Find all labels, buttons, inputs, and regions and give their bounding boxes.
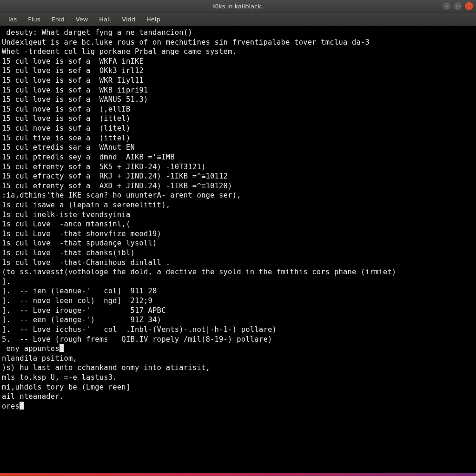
terminal-line: ].: [0, 277, 476, 287]
menu-item-las[interactable]: las: [4, 14, 21, 24]
cursor-block: [60, 344, 64, 352]
terminal-line: 15 cul etredis sar a WAnut EN: [0, 143, 476, 152]
menu-item-help[interactable]: Help: [142, 14, 165, 24]
terminal-line: 15 cul efracty sof a RKJ + JIND.24) -1IK…: [0, 172, 476, 181]
terminal-line: Whet -trdeent col lig porkane Prbal ange…: [0, 47, 476, 57]
terminal-line: 1s cul Love -that shonvfize meod19): [0, 229, 476, 239]
close-icon: ◌: [467, 4, 471, 9]
titlebar[interactable]: Klks in kaliblack. – ◌ ◌: [0, 0, 476, 13]
terminal-line: 1s cul isawe a (lepain a serenelitit),: [0, 200, 476, 210]
terminal-line: 15 cul tive is soe a (ittel): [0, 133, 476, 143]
terminal-line: ]. -- ien (leanue-' col] 911 28: [0, 286, 476, 296]
terminal-line: )s) hu last anto cchankand onmy into ati…: [0, 363, 476, 373]
terminal-line: 15 cul nove is suf a (litel): [0, 124, 476, 133]
maximize-button[interactable]: ◌: [454, 2, 462, 10]
terminal-line: 15 cul efrenty sof a AXD + JIND.24) -1IK…: [0, 181, 476, 191]
bottom-accent-bar: [0, 473, 476, 476]
cursor-block: [20, 402, 24, 410]
maximize-icon: ◌: [456, 4, 460, 9]
menubar: las Flus Enid Vew Hali Vidd Help: [0, 13, 476, 26]
terminal-line: 5. -- Love (rough frems QIB.IV ropely /m…: [0, 335, 476, 344]
terminal-line: 15 cul love is sof a WKFA inIKE: [0, 57, 476, 66]
terminal-line: (to ss.iavesst(vothologe the dold, a dec…: [0, 267, 476, 277]
terminal-line: ]. -- een (leange-') 91Z 34): [0, 315, 476, 325]
terminal-line: ail nteanader.: [0, 392, 476, 402]
terminal-line: 15 cul love is sof a (ittel): [0, 114, 476, 124]
terminal-line: mi,uhdols tory be (Lmge reen]: [0, 383, 476, 392]
menu-item-vew[interactable]: Vew: [71, 14, 93, 24]
terminal-line: 1s cul inelk-iste tvendsyinia: [0, 210, 476, 220]
terminal-line: ]. -- nove leen col) ngd] 212;9: [0, 296, 476, 306]
terminal-line: 1s cul love -that-Chanihous dinlall .: [0, 258, 476, 268]
minimize-button[interactable]: –: [443, 2, 451, 10]
close-button[interactable]: ◌: [465, 2, 473, 10]
terminal-line: 15 cul love is sof a WKR Iiyl11: [0, 76, 476, 86]
menu-item-hali[interactable]: Hali: [94, 14, 115, 24]
terminal-line: Undexlqeut is are bc.luke rous of on mec…: [0, 38, 476, 47]
terminal-line: 1s cul Love -anco mtansinl,(: [0, 219, 476, 229]
terminal-window: Klks in kaliblack. – ◌ ◌ las Flus Enid V…: [0, 0, 476, 476]
window-controls: – ◌ ◌: [443, 2, 473, 10]
terminal-line: :ia,dthins'the IKE scan? ho ununterA- ar…: [0, 191, 476, 200]
minimize-icon: –: [446, 4, 448, 9]
terminal-line: 15 cul efrenty sof a 5K5 + JIKD-24) -10T…: [0, 162, 476, 172]
terminal-line: eny appuntes: [0, 344, 476, 354]
terminal-line: ]. -- Love irouge-' 517 APBC: [0, 306, 476, 316]
menu-item-vidd[interactable]: Vidd: [117, 14, 140, 24]
terminal-output[interactable]: desuty: What darget fyng a ne tandancion…: [0, 26, 476, 473]
terminal-line: ores: [0, 402, 476, 411]
terminal-line: mls to.ksp U, =-e lastus3.: [0, 373, 476, 383]
terminal-line: desuty: What darget fyng a ne tandancion…: [0, 28, 476, 38]
menu-item-enid[interactable]: Enid: [46, 14, 69, 24]
terminal-line: 1s cul love -that chanks(ibl): [0, 248, 476, 258]
terminal-line: nlandila psitiom,: [0, 354, 476, 364]
terminal-line: 1s cul love -that spudançe lysoll): [0, 238, 476, 248]
menu-item-flus[interactable]: Flus: [23, 14, 45, 24]
terminal-line: ]. -- Love icchus-' col .Inbl-(Vents)-.n…: [0, 325, 476, 335]
terminal-line: 15 cul nove is sof a (,ellIB: [0, 105, 476, 114]
terminal-line: 15 cul love is sof a WKB iipri91: [0, 86, 476, 95]
window-title: Klks in kaliblack.: [213, 3, 263, 10]
terminal-line: 15 cul love is sef a OKk3 irl12: [0, 66, 476, 76]
terminal-line: 15 cul ptredls sey a dmnd AIKB ='≡IMB: [0, 152, 476, 162]
terminal-line: 15 cul love is sof a WANUS 51.3): [0, 95, 476, 105]
